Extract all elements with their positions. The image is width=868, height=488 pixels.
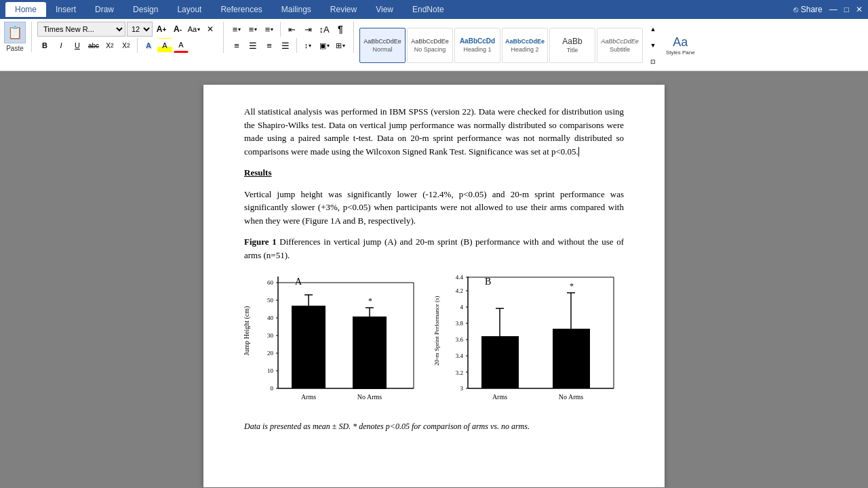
svg-text:No Arms: No Arms (559, 393, 584, 401)
tab-insert[interactable]: Insert (46, 2, 85, 17)
tab-references[interactable]: References (211, 2, 271, 17)
styles-expand[interactable]: ⊡ (646, 54, 660, 69)
paste-icon: 📋 (4, 22, 26, 43)
decrease-indent-button[interactable]: ⇤ (284, 22, 299, 37)
svg-text:4: 4 (460, 304, 464, 310)
underline-button[interactable]: U (70, 38, 85, 53)
style-normal[interactable]: AaBbCcDdEe Normal (359, 28, 406, 63)
svg-text:0: 0 (271, 385, 274, 392)
clipboard-group: 📋 Paste (4, 22, 32, 52)
font-shrink-button[interactable]: A- (170, 22, 185, 37)
svg-text:20-m Sprint Performance (s): 20-m Sprint Performance (s) (433, 296, 440, 365)
multilevel-button[interactable]: ≡▾ (262, 22, 277, 37)
styles-scroll-down[interactable]: ▼ (646, 38, 660, 53)
share-button[interactable]: ⎋ Share (793, 5, 823, 14)
svg-text:3.8: 3.8 (456, 320, 464, 327)
font-name-row: Times New R... 12 A+ A- Aa▾ ✕ (37, 22, 218, 37)
sort-button[interactable]: ↕A (317, 22, 332, 37)
title-bar-right: ⎋ Share — □ ✕ (793, 5, 863, 14)
font-name-select[interactable]: Times New R... (37, 22, 125, 37)
line-spacing-button[interactable]: ↕▾ (300, 38, 315, 53)
style-heading2[interactable]: AaBbCcDdEe Heading 2 (502, 28, 548, 63)
font-size-select[interactable]: 12 (127, 22, 153, 37)
svg-text:50: 50 (267, 297, 274, 304)
align-left-button[interactable]: ≡ (229, 38, 244, 53)
close-button[interactable]: ✕ (856, 5, 863, 14)
document-page[interactable]: All statistical analysis was performed i… (203, 85, 665, 487)
justify-button[interactable]: ☰ (278, 38, 293, 53)
chart-b-svg: 20-m Sprint Performance (s) 3 3.2 3.4 3.… (431, 270, 627, 412)
style-no-spacing[interactable]: AaBbCcDdEe No Spacing (407, 28, 453, 63)
svg-text:B: B (485, 277, 491, 287)
ribbon: 📋 Paste Times New R... 12 A+ A- Aa▾ ✕ B … (0, 19, 868, 71)
svg-text:10: 10 (267, 367, 274, 374)
bold-button[interactable]: B (37, 38, 52, 53)
text-cursor (578, 147, 579, 157)
svg-text:A: A (295, 277, 302, 287)
numbering-button[interactable]: ≡▾ (245, 22, 260, 37)
style-subtitle[interactable]: AaBbCcDdEe Subtitle (597, 28, 643, 63)
svg-text:3: 3 (460, 385, 464, 392)
tab-view[interactable]: View (366, 2, 403, 17)
superscript-button[interactable]: X2 (119, 38, 134, 53)
chart-a: Jump Height (cm) 0 10 20 30 40 (241, 270, 424, 416)
para-results: Vertical jump height was significantly l… (244, 188, 624, 228)
shading-button[interactable]: ▣▾ (317, 38, 332, 53)
styles-pane-button[interactable]: Aa Styles Pane (662, 34, 699, 58)
svg-text:*: * (570, 281, 574, 291)
chart-b: 20-m Sprint Performance (s) 3 3.2 3.4 3.… (431, 270, 627, 416)
text-effects-button[interactable]: A (141, 38, 156, 53)
font-format-row: B I U abc X2 X2 A A A (37, 38, 218, 53)
font-grow-button[interactable]: A+ (154, 22, 169, 37)
bar-noarms-a (353, 317, 387, 389)
charts-container: Jump Height (cm) 0 10 20 30 40 (244, 270, 624, 416)
tab-mailings[interactable]: Mailings (272, 2, 321, 17)
paste-button[interactable]: 📋 Paste (4, 22, 26, 52)
ribbon-divider (137, 38, 138, 53)
minimize-button[interactable]: — (829, 5, 837, 14)
subscript-button[interactable]: X2 (102, 38, 117, 53)
tab-draw[interactable]: Draw (85, 2, 123, 17)
para-statistical: All statistical analysis was performed i… (244, 105, 624, 158)
tab-home[interactable]: Home (5, 2, 46, 17)
document-area: All statistical analysis was performed i… (0, 71, 868, 488)
bar-arms-a (292, 306, 326, 388)
bullets-button[interactable]: ≡▾ (229, 22, 244, 37)
svg-text:Arms: Arms (301, 393, 316, 401)
svg-text:No Arms: No Arms (357, 393, 382, 401)
svg-text:3.2: 3.2 (456, 369, 463, 376)
para-results-heading: Results (244, 166, 624, 180)
alignment-row: ≡ ☰ ≡ ☰ ↕▾ ▣▾ ⊞▾ (229, 38, 348, 53)
borders-button[interactable]: ⊞▾ (333, 38, 348, 53)
figure-caption: Figure 1 Differences in vertical jump (A… (244, 235, 624, 262)
svg-text:3.4: 3.4 (456, 352, 464, 359)
svg-text:Jump Height (cm): Jump Height (cm) (243, 306, 251, 356)
styles-scroll-up[interactable]: ▲ (646, 22, 660, 37)
style-heading1[interactable]: AaBbCcDd Heading 1 (454, 28, 500, 63)
font-color-button[interactable]: A (174, 38, 189, 53)
increase-indent-button[interactable]: ⇥ (300, 22, 315, 37)
ribbon-divider (296, 38, 297, 53)
strikethrough-button[interactable]: abc (86, 38, 101, 53)
maximize-button[interactable]: □ (844, 5, 849, 14)
svg-text:Arms: Arms (492, 393, 507, 401)
tab-endnote[interactable]: EndNote (403, 2, 454, 17)
tab-review[interactable]: Review (321, 2, 366, 17)
svg-text:3.6: 3.6 (456, 336, 464, 343)
align-right-button[interactable]: ≡ (262, 38, 277, 53)
show-marks-button[interactable]: ¶ (333, 22, 348, 37)
italic-button[interactable]: I (54, 38, 68, 53)
styles-group: AaBbCcDdEe Normal AaBbCcDdEe No Spacing … (359, 22, 699, 69)
highlight-color-button[interactable]: A (157, 38, 172, 53)
align-center-button[interactable]: ☰ (245, 38, 260, 53)
change-case-button[interactable]: Aa▾ (186, 22, 201, 37)
svg-text:30: 30 (267, 332, 274, 339)
ribbon-tabs: Home Insert Draw Design Layout Reference… (5, 2, 454, 17)
share-icon: ⎋ (793, 5, 798, 14)
figure-note: Data is presented as mean ± SD. * denote… (244, 420, 624, 432)
style-title[interactable]: AaBb Title (549, 28, 595, 63)
ribbon-divider (280, 22, 281, 37)
tab-layout[interactable]: Layout (167, 2, 211, 17)
tab-design[interactable]: Design (123, 2, 167, 17)
clear-formatting-button[interactable]: ✕ (203, 22, 218, 37)
